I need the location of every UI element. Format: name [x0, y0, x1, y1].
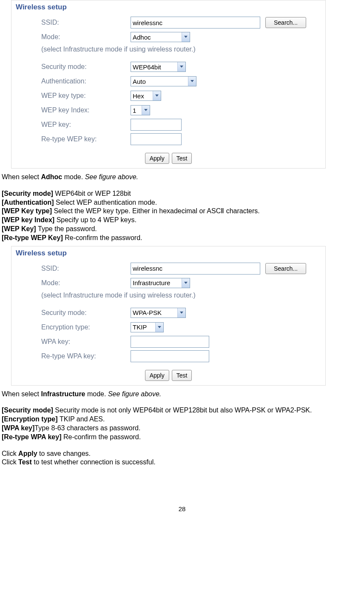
- wpa-key-label: WPA key:: [41, 338, 131, 346]
- chevron-down-icon: [142, 106, 150, 115]
- svg-marker-4: [144, 109, 148, 111]
- authentication-select[interactable]: Auto: [131, 76, 196, 86]
- svg-marker-1: [180, 66, 183, 68]
- search-button[interactable]: Search...: [265, 263, 306, 274]
- wep-key-type-select[interactable]: Hex: [131, 91, 161, 101]
- panel-title: Wireless setup: [16, 249, 321, 258]
- chevron-down-icon: [182, 32, 190, 42]
- apply-button[interactable]: Apply: [145, 153, 169, 164]
- ssid-input[interactable]: [131, 263, 260, 275]
- security-mode-value: WPA-PSK: [133, 309, 176, 316]
- chevron-down-icon: [177, 308, 185, 318]
- retype-wpa-key-input[interactable]: [131, 350, 209, 362]
- svg-marker-5: [184, 282, 188, 284]
- panel-title: Wireless setup: [16, 3, 321, 11]
- mode-select[interactable]: Infrastructure: [131, 278, 190, 288]
- wireless-setup-panel-infra: Wireless setup SSID: Search... Mode: Inf…: [11, 246, 326, 386]
- mode-hint: (select Infrastructure mode if using wir…: [41, 46, 321, 53]
- svg-marker-6: [180, 312, 183, 314]
- wireless-setup-panel-adhoc: Wireless setup SSID: Search... Mode: Adh…: [11, 0, 326, 169]
- chevron-down-icon: [188, 77, 196, 86]
- wep-key-index-value: 1: [133, 107, 140, 114]
- ssid-label: SSID:: [41, 265, 131, 272]
- wep-key-input[interactable]: [131, 119, 182, 131]
- ssid-label: SSID:: [41, 19, 131, 26]
- encryption-type-label: Encryption type:: [41, 323, 131, 331]
- mode-label: Mode:: [41, 33, 131, 41]
- security-mode-label: Security mode:: [41, 309, 131, 317]
- chevron-down-icon: [182, 278, 190, 288]
- page-number: 28: [2, 505, 362, 521]
- security-mode-select[interactable]: WPA-PSK: [131, 308, 186, 318]
- test-button[interactable]: Test: [172, 153, 192, 164]
- search-button[interactable]: Search...: [265, 17, 306, 28]
- authentication-value: Auto: [133, 78, 186, 85]
- wep-key-index-label: WEP key Index:: [41, 106, 131, 114]
- retype-wep-key-input[interactable]: [131, 133, 182, 145]
- infrastructure-description: When select Infrastructure mode. See fig…: [2, 390, 362, 467]
- svg-marker-0: [184, 36, 188, 38]
- security-mode-label: Security mode:: [41, 63, 131, 71]
- authentication-label: Authentication:: [41, 77, 131, 85]
- svg-marker-7: [158, 326, 161, 328]
- svg-marker-3: [155, 94, 159, 97]
- ssid-input[interactable]: [131, 17, 260, 29]
- mode-hint: (select Infrastructure mode if using wir…: [41, 292, 321, 299]
- adhoc-description: When select Adhoc mode. See figure above…: [2, 173, 362, 243]
- mode-value: Infrastructure: [133, 279, 180, 286]
- mode-value: Adhoc: [133, 34, 180, 41]
- wep-key-label: WEP key:: [41, 121, 131, 129]
- mode-select[interactable]: Adhoc: [131, 32, 190, 42]
- chevron-down-icon: [155, 323, 163, 332]
- retype-wep-key-label: Re-type WEP key:: [41, 135, 131, 143]
- encryption-type-select[interactable]: TKIP: [131, 322, 164, 332]
- security-mode-value: WEP64bit: [133, 63, 176, 71]
- chevron-down-icon: [153, 91, 161, 100]
- retype-wpa-key-label: Re-type WPA key:: [41, 352, 131, 360]
- wep-key-index-select[interactable]: 1: [131, 105, 150, 115]
- security-mode-select[interactable]: WEP64bit: [131, 62, 186, 72]
- test-button[interactable]: Test: [172, 370, 192, 381]
- wep-key-type-value: Hex: [133, 92, 151, 100]
- apply-button[interactable]: Apply: [145, 370, 169, 381]
- svg-marker-2: [191, 80, 194, 82]
- wep-key-type-label: WEP key type:: [41, 92, 131, 100]
- encryption-type-value: TKIP: [133, 323, 154, 331]
- chevron-down-icon: [177, 62, 185, 72]
- wpa-key-input[interactable]: [131, 336, 209, 348]
- mode-label: Mode:: [41, 279, 131, 287]
